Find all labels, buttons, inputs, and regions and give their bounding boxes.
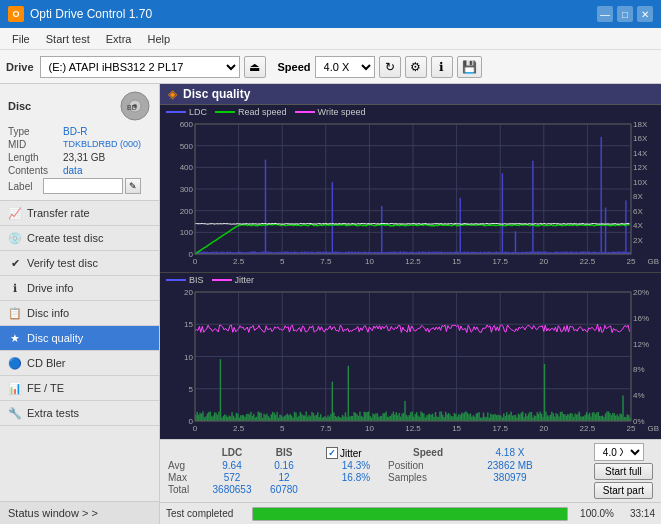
progress-time: 33:14 (620, 508, 655, 519)
progress-bar-container: Test completed 100.0% 33:14 (160, 502, 661, 524)
max-ldc: 572 (206, 472, 258, 483)
label-key: Label (8, 181, 43, 192)
sidebar-item-create-test-disc[interactable]: 💿 Create test disc (0, 226, 159, 251)
eject-button[interactable]: ⏏ (244, 56, 266, 78)
menu-file[interactable]: File (4, 31, 38, 47)
drive-info-icon: ℹ (8, 281, 22, 295)
progress-status: Test completed (166, 508, 246, 519)
cd-bler-icon: 🔵 (8, 356, 22, 370)
mid-label: MID (8, 139, 63, 150)
disc-section: Disc BD Type BD-R MID TDKBLDRBD (000) Le… (0, 84, 159, 201)
top-chart-canvas (160, 119, 661, 272)
write-speed-legend-label: Write speed (318, 107, 366, 117)
start-part-button[interactable]: Start part (594, 482, 653, 499)
minimize-button[interactable]: — (597, 6, 613, 22)
menu-extra[interactable]: Extra (98, 31, 140, 47)
svg-text:BD: BD (127, 104, 137, 111)
progress-percent: 100.0% (574, 508, 614, 519)
save-button[interactable]: 💾 (457, 56, 482, 78)
avg-ldc: 9.64 (206, 460, 258, 471)
stats-empty (168, 447, 204, 459)
start-full-button[interactable]: Start full (594, 463, 653, 480)
samples-label: Samples (388, 472, 468, 483)
drive-label: Drive (6, 61, 34, 73)
disc-title: Disc (8, 100, 31, 112)
length-value: 23,31 GB (63, 152, 105, 163)
refresh-button[interactable]: ↻ (379, 56, 401, 78)
chart-title: Disc quality (183, 87, 250, 101)
verify-test-label: Verify test disc (27, 257, 98, 269)
verify-test-icon: ✔ (8, 256, 22, 270)
sidebar-item-verify-test-disc[interactable]: ✔ Verify test disc (0, 251, 159, 276)
speed-stats-label: Speed (388, 447, 468, 459)
drive-info-label: Drive info (27, 282, 73, 294)
samples-value: 380979 (470, 472, 550, 483)
stats-spacer (310, 447, 324, 459)
sidebar-item-disc-info[interactable]: 📋 Disc info (0, 301, 159, 326)
jitter-stats-label: Jitter (340, 448, 362, 459)
drive-selector[interactable]: (E:) ATAPI iHBS312 2 PL17 (40, 56, 240, 78)
extra-tests-icon: 🔧 (8, 406, 22, 420)
app-icon: O (8, 6, 24, 22)
sidebar-item-cd-bler[interactable]: 🔵 CD Bler (0, 351, 159, 376)
max-label: Max (168, 472, 204, 483)
status-window-label: Status window > > (8, 507, 98, 519)
speed-stats-value: 4.18 X (470, 447, 550, 459)
content-area: ◈ Disc quality LDC Read speed (160, 84, 661, 524)
jitter-legend-label: Jitter (235, 275, 255, 285)
position-value: 23862 MB (470, 460, 550, 471)
sidebar: Disc BD Type BD-R MID TDKBLDRBD (000) Le… (0, 84, 160, 524)
position-label: Position (388, 460, 468, 471)
main-area: Disc BD Type BD-R MID TDKBLDRBD (000) Le… (0, 84, 661, 524)
type-label: Type (8, 126, 63, 137)
ldc-legend-label: LDC (189, 107, 207, 117)
contents-value: data (63, 165, 82, 176)
status-window-button[interactable]: Status window > > (0, 501, 159, 524)
top-chart: LDC Read speed Write speed (160, 105, 661, 273)
read-speed-legend-label: Read speed (238, 107, 287, 117)
progress-track (252, 507, 568, 521)
menu-start-test[interactable]: Start test (38, 31, 98, 47)
maximize-button[interactable]: □ (617, 6, 633, 22)
jitter-checkbox[interactable]: ✓ (326, 447, 338, 459)
charts-container: LDC Read speed Write speed (160, 105, 661, 439)
sidebar-item-extra-tests[interactable]: 🔧 Extra tests (0, 401, 159, 426)
ldc-col-header: LDC (206, 447, 258, 459)
bottom-chart-canvas (160, 287, 661, 439)
disc-info-label: Disc info (27, 307, 69, 319)
length-label: Length (8, 152, 63, 163)
contents-label: Contents (8, 165, 63, 176)
create-test-label: Create test disc (27, 232, 103, 244)
progress-fill (253, 508, 567, 520)
stats-bar: LDC BIS ✓ Jitter Speed 4.18 X Avg 9.64 0… (160, 439, 661, 502)
settings-button[interactable]: ⚙ (405, 56, 427, 78)
fe-te-label: FE / TE (27, 382, 64, 394)
top-chart-legend: LDC Read speed Write speed (160, 105, 661, 119)
app-title: Opti Drive Control 1.70 (30, 7, 152, 21)
sidebar-item-transfer-rate[interactable]: 📈 Transfer rate (0, 201, 159, 226)
sidebar-item-drive-info[interactable]: ℹ Drive info (0, 276, 159, 301)
disc-icon: BD (119, 90, 151, 122)
title-bar: O Opti Drive Control 1.70 — □ ✕ (0, 0, 661, 28)
label-input[interactable] (43, 178, 123, 194)
speed-label: Speed (278, 61, 311, 73)
max-jitter: 16.8% (326, 472, 386, 483)
chart-header: ◈ Disc quality (160, 84, 661, 105)
sidebar-item-fe-te[interactable]: 📊 FE / TE (0, 376, 159, 401)
info-button[interactable]: ℹ (431, 56, 453, 78)
speed-selector[interactable]: 4.0 X (315, 56, 375, 78)
create-test-icon: 💿 (8, 231, 22, 245)
menu-help[interactable]: Help (139, 31, 178, 47)
jitter-check: ✓ Jitter (326, 447, 382, 459)
close-button[interactable]: ✕ (637, 6, 653, 22)
extra-tests-label: Extra tests (27, 407, 79, 419)
total-label: Total (168, 484, 204, 495)
sidebar-item-disc-quality[interactable]: ★ Disc quality (0, 326, 159, 351)
transfer-rate-label: Transfer rate (27, 207, 90, 219)
stats-speed-selector[interactable]: 4.0 X (594, 443, 644, 461)
bottom-chart-legend: BIS Jitter (160, 273, 661, 287)
chart-header-icon: ◈ (168, 87, 177, 101)
transfer-rate-icon: 📈 (8, 206, 22, 220)
menu-bar: File Start test Extra Help (0, 28, 661, 50)
label-edit-button[interactable]: ✎ (125, 178, 141, 194)
